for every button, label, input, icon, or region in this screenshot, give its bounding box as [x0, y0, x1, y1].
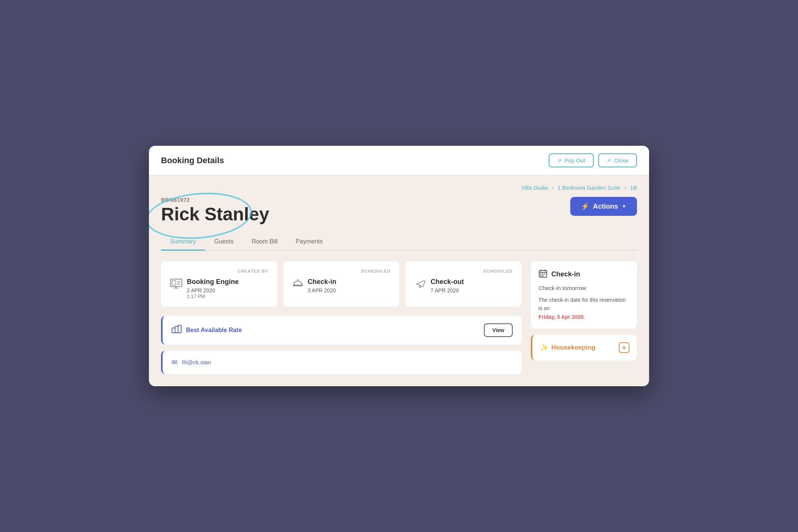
checkin-label: SCHEDULED: [293, 269, 391, 273]
header-buttons: ↗ Pop Out ↗ Close: [549, 153, 637, 167]
content-area: CREATED BY: [161, 261, 637, 374]
bolt-icon: ⚡: [581, 202, 589, 211]
checkout-title: Check-out: [430, 278, 464, 286]
svg-point-9: [297, 279, 298, 280]
checkout-label: SCHEDULED: [415, 269, 513, 273]
booking-reference: BBNB1972: [161, 197, 269, 203]
chevron-down-icon: ▼: [622, 204, 626, 209]
rate-icon-title: Best Available Rate: [172, 325, 242, 335]
modal-body: Villa Giulia › 1 Bedroom Garden Suite › …: [149, 175, 649, 386]
checkout-content: Check-out 7 APR 2020: [430, 278, 464, 293]
svg-rect-13: [178, 325, 181, 333]
modal-header: Booking Details ↗ Pop Out ↗ Close: [149, 146, 649, 175]
pop-out-button[interactable]: ↗ Pop Out: [549, 153, 594, 167]
airplane-icon: [415, 279, 426, 292]
created-by-label: CREATED BY: [170, 269, 268, 273]
checkout-card: SCHEDULED Check-out 7 APR 2020: [405, 261, 522, 307]
modal-title: Booking Details: [161, 156, 224, 165]
checkout-date: 7 APR 2020: [430, 287, 464, 293]
booking-info-row: BBNB1972 Rick Stanley ⚡ Actions ▼: [161, 197, 637, 225]
checkin-body: The check-in date for this reservation i…: [538, 296, 629, 321]
svg-rect-11: [172, 328, 175, 333]
svg-rect-19: [542, 273, 543, 275]
housekeeping-title-left: ✨ Housekeeping: [540, 343, 595, 352]
tab-summary[interactable]: Summary: [161, 234, 205, 251]
created-by-time: 1:17 PM: [187, 293, 239, 299]
close-icon: ↗: [607, 158, 611, 164]
booking-details-modal: Booking Details ↗ Pop Out ↗ Close Villa …: [149, 146, 649, 386]
pop-out-icon: ↗: [557, 158, 562, 164]
housekeeping-add-button[interactable]: +: [619, 342, 629, 353]
created-by-title: Booking Engine: [187, 278, 239, 286]
view-rate-button[interactable]: View: [484, 323, 513, 337]
svg-rect-18: [540, 273, 541, 275]
created-by-card: CREATED BY: [161, 261, 277, 307]
cards-row: CREATED BY: [161, 261, 522, 307]
breadcrumb-sep-1: ›: [552, 184, 554, 191]
tabs-row: Summary Guests Room Bill Payments: [161, 234, 637, 251]
email-icon: ✉: [172, 358, 177, 367]
rate-section: Best Available Rate View: [161, 316, 522, 345]
concierge-bell-icon: [293, 279, 303, 292]
booking-info-left: BBNB1972 Rick Stanley: [161, 197, 269, 225]
actions-button[interactable]: ⚡ Actions ▼: [570, 197, 637, 216]
calendar-icon: [538, 269, 548, 280]
breadcrumb-room-type[interactable]: 1 Bedroom Garden Suite: [557, 184, 620, 191]
rate-icon: [172, 325, 182, 335]
created-by-content: Booking Engine 2 APR 2020 1:17 PM: [187, 278, 239, 299]
breadcrumb-room-number[interactable]: 1B: [630, 184, 637, 191]
checkin-content: Check-in 3 APR 2020: [308, 278, 336, 293]
booking-engine-icon: [170, 279, 182, 291]
checkin-title: Check-in: [308, 278, 336, 286]
rate-title: Best Available Rate: [186, 327, 242, 334]
tab-payments[interactable]: Payments: [287, 234, 332, 251]
checkin-date: 3 APR 2020: [308, 287, 336, 293]
svg-rect-1: [172, 281, 176, 285]
created-by-icon-row: Booking Engine 2 APR 2020 1:17 PM: [170, 278, 268, 299]
svg-rect-20: [544, 273, 545, 275]
tab-guests[interactable]: Guests: [205, 234, 243, 251]
checkin-panel: Check-in Check-in tomorrow The check-in …: [531, 261, 637, 329]
checkin-card: SCHEDULED Check-: [283, 261, 400, 307]
guest-name: Rick Stanley: [161, 204, 269, 225]
svg-rect-12: [175, 326, 178, 333]
svg-rect-21: [540, 275, 541, 276]
breadcrumb: Villa Giulia › 1 Bedroom Garden Suite › …: [161, 184, 637, 191]
main-content: CREATED BY: [161, 261, 522, 374]
breadcrumb-property[interactable]: Villa Giulia: [521, 184, 548, 191]
checkin-date-highlight: Friday, 3 Apr 2020.: [538, 314, 585, 320]
checkin-panel-title: Check-in: [538, 269, 629, 280]
checkout-icon-row: Check-out 7 APR 2020: [415, 278, 513, 293]
checkin-icon-row: Check-in 3 APR 2020: [293, 278, 391, 293]
svg-rect-22: [542, 275, 543, 276]
email-section: ✉ Ri@ck.stan: [161, 351, 522, 374]
email-address: Ri@ck.stan: [182, 359, 211, 365]
breadcrumb-sep-2: ›: [624, 184, 626, 191]
sidebar: Check-in Check-in tomorrow The check-in …: [531, 261, 637, 374]
created-by-date: 2 APR 2020: [187, 287, 239, 293]
close-button[interactable]: ↗ Close: [598, 153, 637, 167]
checkin-subtitle: Check-in tomorrow: [538, 285, 629, 291]
sparkle-icon: ✨: [540, 343, 548, 352]
housekeeping-card: ✨ Housekeeping +: [531, 335, 637, 360]
housekeeping-title: ✨ Housekeeping +: [540, 342, 629, 353]
tab-room-bill[interactable]: Room Bill: [243, 234, 286, 251]
